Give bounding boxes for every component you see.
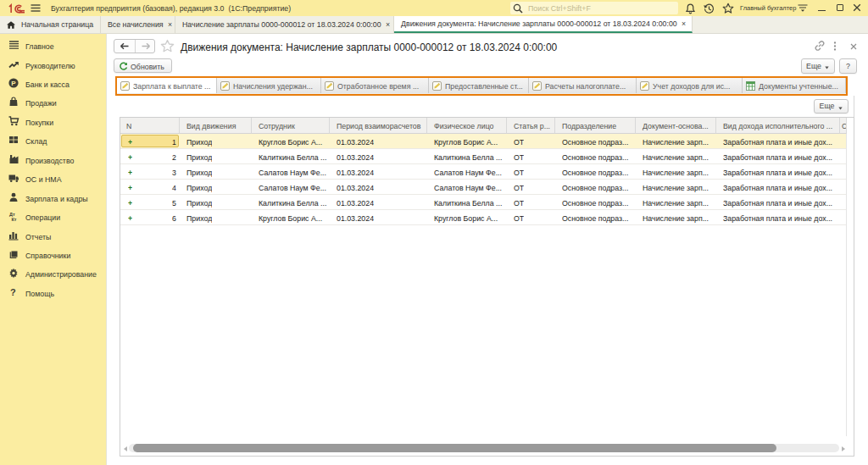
svg-text:Кт: Кт (12, 217, 17, 222)
svg-text:?: ? (10, 287, 16, 297)
svg-text:Р: Р (11, 80, 16, 87)
